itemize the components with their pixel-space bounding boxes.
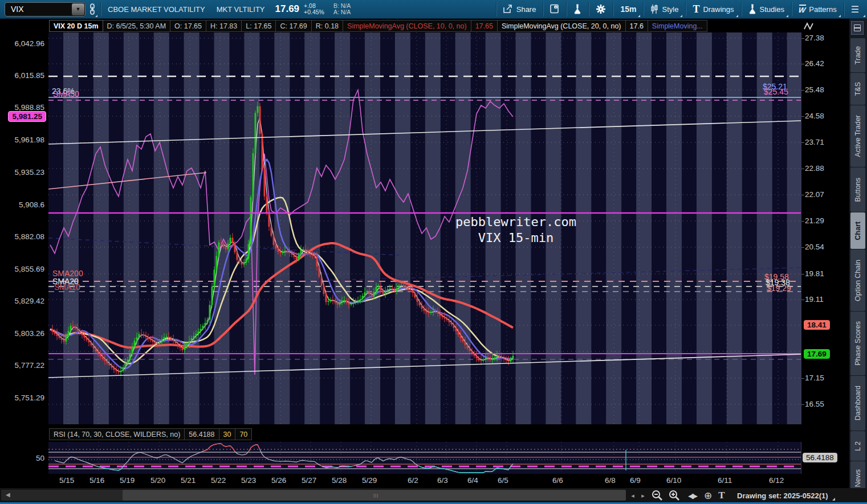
style-button[interactable]: Style	[645, 0, 684, 19]
gear-icon	[596, 4, 606, 14]
left-axis-tick: 5,882.08	[2, 232, 44, 241]
axis-tickmark	[801, 247, 804, 248]
expand-time-axis-button[interactable]: ◀▶	[684, 489, 700, 502]
right-axis-tick: 27.38	[805, 34, 824, 42]
scroll-left-arrow-icon[interactable]: ◀	[6, 491, 10, 498]
ohlc-cell[interactable]: VIX 20 D 15m	[49, 20, 103, 32]
axis-tickmark	[801, 90, 804, 91]
analyze-button[interactable]	[568, 0, 587, 19]
share-button[interactable]: Share	[498, 0, 542, 19]
drawing-label: $25.45	[764, 87, 788, 96]
left-axis-tick: 5,829.42	[2, 297, 44, 305]
quote-change: +.08+0.45%	[304, 3, 324, 15]
rsi-cell[interactable]: 56.4188	[185, 428, 219, 440]
axis-tickmark	[801, 300, 804, 300]
price-scale-icon[interactable]	[803, 21, 815, 34]
rsi-cell[interactable]: 30	[219, 428, 236, 440]
rsi-panel[interactable]	[48, 442, 801, 476]
tab-buttons[interactable]: Buttons	[850, 167, 865, 212]
tab-dashboard[interactable]: Dashboard	[850, 376, 865, 431]
tab-label: Chart	[854, 222, 862, 240]
studies-button[interactable]: Studies	[743, 0, 790, 19]
date-tick: 6/5	[498, 476, 508, 485]
ohlc-cell[interactable]: 17.65	[471, 20, 498, 32]
tab-chart[interactable]: Chart	[850, 212, 865, 249]
ohlc-cell[interactable]: 17.6	[626, 20, 648, 32]
date-tick: 6/2	[408, 476, 418, 485]
right-axis-tick: 19.81	[805, 269, 824, 278]
zoom-in-button[interactable]	[667, 489, 682, 502]
pan-right-button[interactable]: ▸	[638, 489, 648, 502]
ohlc-cell[interactable]: SimpleMoving...	[648, 20, 707, 32]
tab-label: L 2	[854, 441, 862, 451]
link-button[interactable]	[86, 0, 99, 19]
tab-phase-scores[interactable]: Phase Scores	[850, 312, 865, 375]
patterns-button[interactable]: W Patterns	[793, 0, 842, 19]
tab-option-chain[interactable]: Option Chain	[850, 249, 865, 311]
chart-ohlc-header: VIX 20 D 15mD: 6/5/25, 5:30 AMO: 17.65H:…	[49, 20, 707, 32]
tab-label: Trade	[854, 46, 862, 64]
ohlc-cell[interactable]: C: 17.69	[276, 20, 311, 32]
drawing-set-selector[interactable]: Drawing set: 2025-0522(1)	[737, 490, 828, 502]
pan-left-button[interactable]: ◂	[628, 489, 637, 502]
date-tick: 5/28	[332, 476, 347, 485]
right-axis-tick: 23.71	[805, 138, 824, 146]
tab-trade[interactable]: Trade	[850, 38, 865, 72]
zoom-out-button[interactable]	[650, 489, 665, 502]
left-axis-tick: 6,042.96	[2, 39, 44, 48]
axis-tickmark	[801, 169, 804, 169]
chart-menu-button[interactable]: ☰	[845, 0, 867, 19]
axis-tickmark	[801, 378, 804, 379]
ohlc-cell[interactable]: SimpleMovingAvg (CLOSE, 10, 0, no)	[343, 20, 471, 32]
ohlc-cell[interactable]: H: 17.83	[206, 20, 242, 32]
text-icon: T	[718, 490, 724, 501]
hamburger-icon: ☰	[851, 4, 859, 15]
left-axis-tick: 5,935.23	[2, 168, 44, 177]
ohlc-cell[interactable]: O: 17.65	[170, 20, 206, 32]
tab-label: Option Chain	[854, 260, 862, 301]
ohlc-cell[interactable]: L: 17.65	[242, 20, 276, 32]
tab-t-s[interactable]: T&S	[850, 73, 865, 105]
right-axis-tick: 20.54	[805, 243, 824, 251]
sidebar-collapse-button[interactable]	[851, 21, 864, 35]
crosshair-button[interactable]: ⊕	[701, 489, 715, 502]
date-tick: 6/9	[630, 476, 641, 485]
ohlc-cell[interactable]: R: 0.18	[312, 20, 343, 32]
left-axis-tick: 6,015.85	[2, 71, 44, 80]
symbol-input[interactable]: VIX ▼	[5, 2, 86, 17]
timeframe-button[interactable]: 15m	[614, 0, 642, 19]
drawings-button[interactable]: T Drawings	[687, 0, 739, 19]
text-tool-icon: T	[693, 3, 699, 15]
crosshair-icon: ⊕	[704, 490, 712, 502]
date-tick: 5/16	[89, 476, 104, 485]
overlay-last-price-badge: 5,981.25	[8, 111, 46, 122]
date-axis: 5/155/165/195/205/215/225/235/265/275/28…	[0, 474, 849, 488]
ohlc-cell[interactable]: D: 6/5/25, 5:30 AM	[103, 20, 171, 32]
rsi-header: RSI (14, 70, 30, CLOSE, WILDERS, no)56.4…	[49, 428, 252, 440]
hscrollbar-thumb[interactable]: |||	[123, 490, 626, 501]
price-chart-svg: pebblewriter.comVIX 15-min23.6%SMA50$25.…	[48, 32, 801, 424]
watermark: pebblewriter.com	[455, 215, 576, 229]
tab-active-trader[interactable]: Active Trader	[850, 105, 865, 167]
symbol-value: VIX	[5, 5, 72, 14]
ohlc-cell[interactable]: SimpleMovingAvg (CLOSE, 20, 0, no)	[498, 20, 626, 32]
date-tick: 6/8	[605, 476, 616, 485]
tab-l-2[interactable]: L 2	[850, 431, 865, 461]
date-tick: 5/20	[150, 476, 165, 485]
thinkorswim-window: VIX ▼ CBOE MARKET VOLATILITY MKT VLTILIT…	[0, 0, 867, 504]
main-chart[interactable]: pebblewriter.comVIX 15-min23.6%SMA50$25.…	[48, 32, 801, 427]
rsi-cell[interactable]: 70	[235, 428, 252, 440]
axis-tickmark	[801, 38, 804, 39]
rsi-cell[interactable]: RSI (14, 70, 30, CLOSE, WILDERS, no)	[49, 428, 185, 440]
scroll-grip-icon: |||	[373, 493, 379, 498]
chart-hscrollbar[interactable]: ◀ |||	[1, 490, 626, 501]
drawing-label: SMA50	[53, 89, 79, 99]
settings-button[interactable]	[590, 0, 612, 19]
chart-style-icon	[650, 4, 658, 14]
notes-button[interactable]: i	[544, 0, 565, 19]
symbol-dropdown-icon[interactable]: ▼	[72, 3, 84, 15]
left-axis-tick: 5,961.98	[2, 136, 44, 144]
left-axis-tick: 5,855.69	[2, 265, 44, 273]
axis-tickmark	[801, 274, 804, 274]
text-note-button[interactable]: T	[716, 489, 727, 502]
